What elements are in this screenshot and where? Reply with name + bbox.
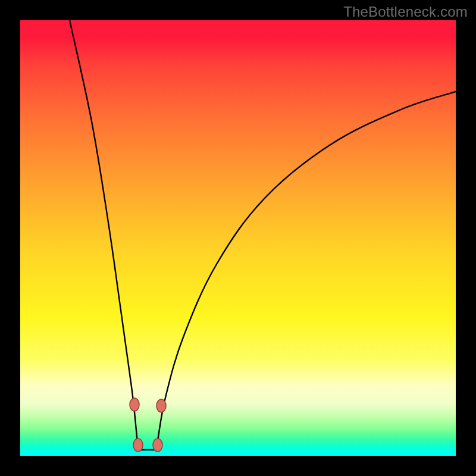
curve-marker-1: [156, 399, 166, 412]
watermark-label: TheBottleneck.com: [343, 4, 468, 20]
curve-marker-2: [133, 439, 143, 452]
curve-left-branch: [70, 20, 138, 449]
chart-plot-area: [20, 20, 456, 456]
curve-marker-0: [130, 398, 139, 411]
bottleneck-curve: [20, 20, 456, 456]
curve-right-branch: [157, 92, 456, 449]
curve-marker-3: [153, 439, 162, 452]
